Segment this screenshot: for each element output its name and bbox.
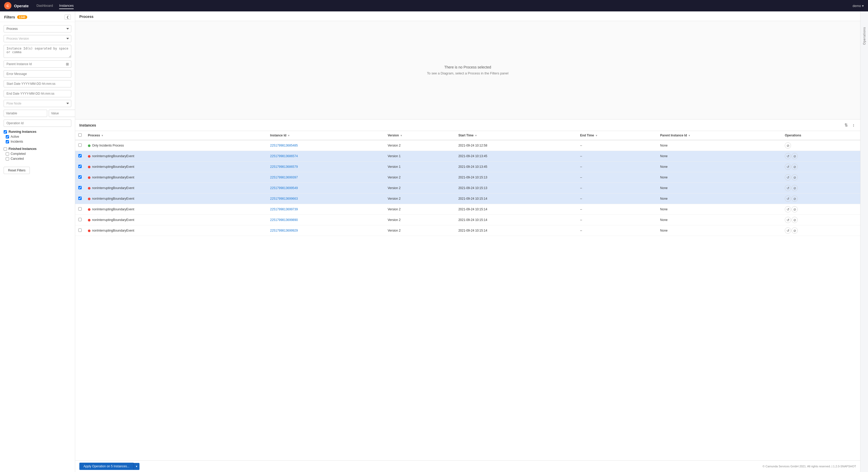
row-instance-id[interactable]: 2251799813699397 — [267, 172, 384, 183]
end-date-input[interactable] — [4, 90, 71, 97]
row-version: Version 2 — [384, 172, 455, 183]
row-checkbox[interactable] — [78, 229, 82, 232]
row-checkbox[interactable] — [78, 175, 82, 179]
col-start-time[interactable]: Start Time ▾ — [455, 131, 577, 140]
select-all-checkbox[interactable] — [78, 133, 82, 137]
row-instance-id[interactable]: 2251799813699890 — [267, 215, 384, 225]
process-panel-title: Process — [79, 14, 93, 19]
running-instances-label[interactable]: Running Instances — [4, 130, 71, 134]
operations-sidebar-label[interactable]: Operations — [863, 27, 866, 45]
select-all-header[interactable] — [75, 131, 85, 140]
row-checkbox-cell[interactable] — [75, 140, 85, 151]
flow-node-select[interactable]: Flow Node — [4, 100, 71, 107]
instances-sort-desc-button[interactable]: ↕ — [851, 122, 856, 128]
incidents-checkbox-item[interactable]: Incidents — [4, 140, 71, 143]
nav-dashboard[interactable]: Dashboard — [36, 3, 53, 9]
instance-id-link[interactable]: 2251799813699663 — [270, 197, 298, 201]
instance-id-link[interactable]: 2251799813699929 — [270, 229, 298, 232]
col-process[interactable]: Process ▾ — [85, 131, 267, 140]
col-instance-id[interactable]: Instance Id ▾ — [267, 131, 384, 140]
row-checkbox[interactable] — [78, 154, 82, 157]
instances-sort-asc-button[interactable]: ⇅ — [843, 122, 849, 128]
instance-id-link[interactable]: 2251799813699397 — [270, 176, 298, 179]
sidebar-header: Filters 1340 ❮ — [0, 11, 75, 22]
cancel-operation-button[interactable]: ⊘ — [792, 164, 798, 170]
cancel-operation-button[interactable]: ⊘ — [792, 228, 798, 234]
row-checkbox-cell[interactable] — [75, 194, 85, 204]
row-checkbox-cell[interactable] — [75, 204, 85, 215]
row-parent-instance-id: None — [657, 225, 782, 236]
incidents-checkbox[interactable] — [6, 140, 9, 143]
operation-id-input[interactable] — [4, 120, 71, 127]
cancel-operation-button[interactable]: ⊘ — [792, 174, 798, 180]
retry-operation-button[interactable]: ↺ — [785, 153, 791, 159]
retry-operation-button[interactable]: ↺ — [785, 196, 791, 202]
col-parent-instance-id[interactable]: Parent Instance Id ▾ — [657, 131, 782, 140]
process-select[interactable]: Process — [4, 25, 71, 32]
row-checkbox[interactable] — [78, 143, 82, 147]
retry-operation-button[interactable]: ↺ — [785, 206, 791, 212]
col-version[interactable]: Version ▾ — [384, 131, 455, 140]
retry-operation-button[interactable]: ↺ — [785, 228, 791, 234]
instance-id-link[interactable]: 2251799813699739 — [270, 207, 298, 211]
row-checkbox-cell[interactable] — [75, 151, 85, 161]
retry-operation-button[interactable]: ↺ — [785, 185, 791, 191]
finished-instances-checkbox[interactable] — [4, 147, 7, 151]
user-menu[interactable]: demo ▾ — [852, 4, 864, 8]
instance-id-link[interactable]: 2251799813699549 — [270, 186, 298, 190]
row-checkbox-cell[interactable] — [75, 215, 85, 225]
row-instance-id[interactable]: 2251799813699663 — [267, 194, 384, 204]
row-instance-id[interactable]: 2251799813699929 — [267, 225, 384, 236]
active-checkbox[interactable] — [6, 135, 9, 139]
instance-id-link[interactable]: 2251799813685485 — [270, 144, 298, 147]
row-instance-id[interactable]: 2251799813686574 — [267, 151, 384, 161]
instance-id-link[interactable]: 2251799813686579 — [270, 165, 298, 169]
row-checkbox-cell[interactable] — [75, 183, 85, 194]
collapse-sidebar-button[interactable]: ❮ — [65, 14, 71, 20]
running-instances-checkbox[interactable] — [4, 130, 7, 134]
completed-checkbox-item[interactable]: Completed — [4, 152, 71, 156]
cancel-operation-button[interactable]: ⊘ — [792, 196, 798, 202]
row-checkbox[interactable] — [78, 186, 82, 189]
finished-instances-label[interactable]: Finished Instances — [4, 147, 71, 151]
row-checkbox-cell[interactable] — [75, 225, 85, 236]
completed-checkbox[interactable] — [6, 152, 9, 156]
process-version-select[interactable]: Process Version — [4, 35, 71, 42]
row-version: Version 1 — [384, 161, 455, 172]
parent-instance-input[interactable] — [4, 61, 64, 67]
row-checkbox-cell[interactable] — [75, 172, 85, 183]
canceled-checkbox-item[interactable]: Canceled — [4, 157, 71, 160]
reset-filters-button[interactable]: Reset Filters — [4, 167, 30, 174]
active-checkbox-item[interactable]: Active — [4, 135, 71, 139]
retry-operation-button[interactable]: ↺ — [785, 217, 791, 223]
row-version: Version 2 — [384, 194, 455, 204]
cancel-operation-button[interactable]: ⊘ — [785, 142, 791, 149]
row-checkbox[interactable] — [78, 197, 82, 200]
row-instance-id[interactable]: 2251799813699549 — [267, 183, 384, 194]
instance-id-link[interactable]: 2251799813686574 — [270, 154, 298, 158]
error-message-input[interactable] — [4, 70, 71, 78]
cancel-operation-button[interactable]: ⊘ — [792, 185, 798, 191]
nav-instances[interactable]: Instances — [59, 3, 74, 9]
value-input[interactable] — [49, 110, 75, 117]
variable-input[interactable] — [4, 110, 47, 117]
instance-ids-input[interactable] — [4, 45, 71, 58]
row-instance-id[interactable]: 2251799813685485 — [267, 140, 384, 151]
row-instance-id[interactable]: 2251799813699739 — [267, 204, 384, 215]
cancel-operation-button[interactable]: ⊘ — [792, 153, 798, 159]
cancel-operation-button[interactable]: ⊘ — [792, 217, 798, 223]
canceled-checkbox[interactable] — [6, 157, 9, 160]
row-checkbox[interactable] — [78, 207, 82, 211]
row-checkbox[interactable] — [78, 218, 82, 221]
row-checkbox-cell[interactable] — [75, 161, 85, 172]
col-end-time[interactable]: End Time ▾ — [577, 131, 657, 140]
start-date-input[interactable] — [4, 80, 71, 87]
cancel-operation-button[interactable]: ⊘ — [792, 206, 798, 212]
apply-operation-button[interactable]: Apply Operation on 5 Instances... — [79, 463, 133, 470]
row-checkbox[interactable] — [78, 165, 82, 168]
retry-operation-button[interactable]: ↺ — [785, 174, 791, 180]
apply-operation-dropdown-button[interactable]: ▾ — [133, 463, 140, 470]
instance-id-link[interactable]: 2251799813699890 — [270, 218, 298, 222]
retry-operation-button[interactable]: ↺ — [785, 164, 791, 170]
row-instance-id[interactable]: 2251799813686579 — [267, 161, 384, 172]
